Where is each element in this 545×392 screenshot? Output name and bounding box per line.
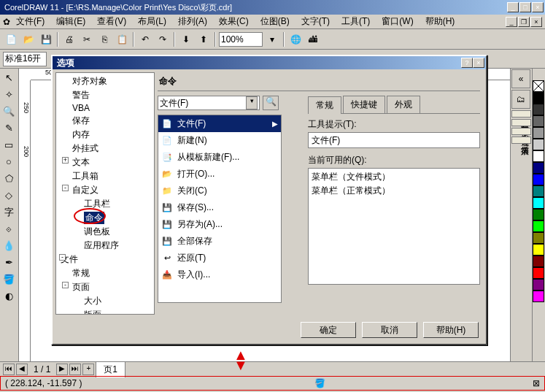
corel-online-icon[interactable]: 🌐 <box>287 31 304 47</box>
new-icon[interactable]: 📄 <box>3 31 19 47</box>
save-icon[interactable]: 💾 <box>38 31 54 47</box>
text-tool-icon[interactable]: 字 <box>1 204 17 220</box>
color-swatch[interactable] <box>533 279 544 291</box>
tree-item[interactable]: 工具箱 <box>58 169 152 183</box>
menu-bitmap[interactable]: 位图(B) <box>255 14 295 29</box>
command-item[interactable]: 📄新建(N) <box>158 132 281 149</box>
blend-tool-icon[interactable]: ⟐ <box>1 221 17 237</box>
prev-page-button[interactable]: ◀ <box>16 364 28 375</box>
docker-object-manager[interactable]: 对象管理器 <box>511 110 531 118</box>
zoom-dropdown-icon[interactable]: ▾ <box>264 31 280 47</box>
menu-window[interactable]: 窗口(W) <box>376 14 419 29</box>
object-manager-icon[interactable]: 🗂 <box>511 90 530 109</box>
fill-tool-icon[interactable]: 🪣 <box>1 272 17 288</box>
tab-appearance[interactable]: 外观 <box>387 96 420 113</box>
close-button[interactable]: × <box>532 2 544 12</box>
add-page-button[interactable]: + <box>82 364 94 375</box>
import-icon[interactable]: ⬇ <box>178 31 194 47</box>
tree-item[interactable]: 版面 <box>58 308 152 315</box>
docker-insert-char[interactable]: 插入字符 <box>511 137 531 144</box>
dialog-help-button[interactable]: ? <box>461 58 473 68</box>
list-item[interactable]: 菜单栏（文件模式） <box>312 170 476 184</box>
outline-tool-icon[interactable]: ✒ <box>1 255 17 271</box>
page-tab[interactable]: 页1 <box>96 361 125 377</box>
color-swatch[interactable] <box>533 220 544 232</box>
menu-view[interactable]: 查看(V) <box>91 14 132 29</box>
ok-button[interactable]: 确定 <box>301 322 356 338</box>
tree-item[interactable]: 外挂式 <box>58 142 152 155</box>
tab-shortcut[interactable]: 快捷键 <box>343 96 385 113</box>
tree-item[interactable]: 大小 <box>58 294 152 308</box>
command-item[interactable]: ↩还原(T) <box>158 250 281 266</box>
tree-item[interactable]: 保存 <box>58 114 152 128</box>
menu-help[interactable]: 帮助(H) <box>420 14 461 29</box>
color-swatch[interactable] <box>533 244 544 255</box>
color-swatch[interactable] <box>533 127 544 139</box>
available-list[interactable]: 菜单栏（文件模式） 菜单栏（正常模式） <box>308 168 480 285</box>
undo-icon[interactable]: ↶ <box>137 31 153 47</box>
paper-size-combo[interactable] <box>3 52 47 66</box>
mdi-close[interactable]: × <box>530 17 542 27</box>
menu-layout[interactable]: 布局(L) <box>132 14 172 29</box>
menu-tools[interactable]: 工具(T) <box>336 14 376 29</box>
tooltip-input[interactable] <box>308 132 480 148</box>
docker-transform[interactable]: 变换 <box>511 119 531 126</box>
collapse-icon[interactable]: - <box>62 282 69 288</box>
menu-arrange[interactable]: 排列(A) <box>172 14 213 29</box>
command-item[interactable]: 💾保存(S)... <box>158 199 281 216</box>
tree-item-commands[interactable]: 命令 <box>58 211 152 225</box>
pick-tool-icon[interactable]: ↖ <box>1 70 17 86</box>
color-swatch[interactable] <box>533 139 544 150</box>
command-item[interactable]: 💾另存为(A)... <box>158 216 281 233</box>
collapse-icon[interactable]: - <box>62 185 69 191</box>
list-item[interactable]: 菜单栏（正常模式） <box>312 184 476 198</box>
eyedropper-icon[interactable]: 💧 <box>1 238 17 254</box>
command-item[interactable]: 📁关闭(C) <box>158 182 281 199</box>
color-swatch[interactable] <box>533 232 544 244</box>
zoom-tool-icon[interactable]: 🔍 <box>1 104 17 120</box>
category-combo[interactable]: 文件(F) ▾ <box>158 96 260 110</box>
dialog-titlebar[interactable]: 选项 ? × <box>53 56 486 69</box>
tree-item[interactable]: 常规 <box>58 266 152 280</box>
tree-item[interactable]: 内存 <box>58 128 152 142</box>
export-icon[interactable]: ⬆ <box>196 31 212 47</box>
maximize-button[interactable]: □ <box>519 2 531 12</box>
search-icon[interactable]: 🔍 <box>263 96 279 110</box>
options-tree[interactable]: 对齐对象 警告 VBA 保存 内存 外挂式 +文本 工具箱 -自定义 工具栏 命… <box>55 72 155 315</box>
mdi-restore[interactable]: ❐ <box>518 17 530 27</box>
docker-arrow-icon[interactable]: « <box>511 69 530 88</box>
command-list[interactable]: 📄文件(F)▶ 📄新建(N) 📑从模板新建(F)... 📂打开(O)... 📁关… <box>158 115 282 303</box>
corel-city-icon[interactable]: 🏙 <box>305 31 321 47</box>
color-swatch[interactable] <box>533 104 544 115</box>
tree-item[interactable]: +文本 <box>58 155 152 169</box>
copy-icon[interactable]: ⎘ <box>96 31 112 47</box>
no-color-swatch[interactable] <box>533 80 544 92</box>
color-swatch[interactable] <box>533 150 544 162</box>
menu-effects[interactable]: 效果(C) <box>213 14 255 29</box>
ellipse-tool-icon[interactable]: ○ <box>1 154 17 170</box>
basic-shapes-icon[interactable]: ◇ <box>1 188 17 204</box>
color-swatch[interactable] <box>533 162 544 174</box>
tab-general[interactable]: 常规 <box>308 96 341 114</box>
color-swatch[interactable] <box>533 255 544 267</box>
tree-item[interactable]: 对齐对象 <box>58 74 152 88</box>
freehand-tool-icon[interactable]: ✎ <box>1 120 17 137</box>
redo-icon[interactable]: ↷ <box>155 31 171 47</box>
color-swatch[interactable] <box>533 185 544 197</box>
help-button[interactable]: 帮助(H) <box>423 322 479 338</box>
tree-item[interactable]: 应用程序 <box>58 239 152 253</box>
rectangle-tool-icon[interactable]: ▭ <box>1 137 17 153</box>
command-item[interactable]: 💾全部保存 <box>158 233 281 250</box>
last-page-button[interactable]: ⏭ <box>69 364 81 375</box>
tree-item[interactable]: 工具栏 <box>58 197 152 211</box>
docker-lens[interactable]: 透镜 <box>511 128 531 135</box>
tree-item-customize[interactable]: -自定义 <box>58 183 152 197</box>
polygon-tool-icon[interactable]: ⬠ <box>1 171 17 187</box>
print-icon[interactable]: 🖨 <box>61 31 77 47</box>
menu-edit[interactable]: 编辑(E) <box>50 14 91 29</box>
tree-item-document[interactable]: -文件 <box>58 253 152 266</box>
interactive-fill-icon[interactable]: ◐ <box>1 288 17 304</box>
command-item[interactable]: 📄文件(F)▶ <box>158 115 281 132</box>
cancel-button[interactable]: 取消 <box>362 322 417 338</box>
menu-file[interactable]: 文件(F) <box>10 14 50 29</box>
